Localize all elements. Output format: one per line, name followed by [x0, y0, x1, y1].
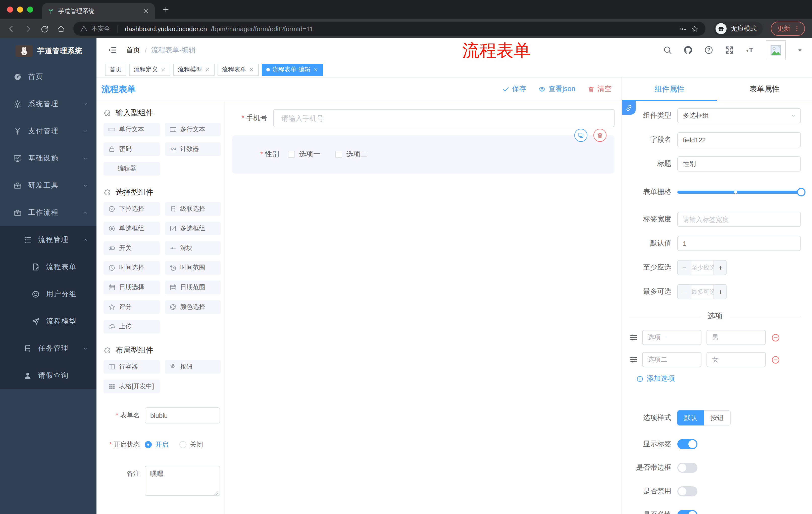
breadcrumb-home[interactable]: 首页: [126, 46, 140, 55]
data-binding-link-icon[interactable]: [622, 101, 636, 115]
browser-tab[interactable]: 芋道管理系统: [42, 3, 155, 19]
component-按钮[interactable]: 按钮: [165, 360, 221, 374]
textarea-resize-icon[interactable]: [214, 491, 219, 495]
component-行容器[interactable]: 行容器: [104, 360, 160, 374]
browser-menu-kebab-icon[interactable]: [793, 25, 801, 32]
field-name-input[interactable]: [677, 132, 801, 147]
tab-component-props[interactable]: 组件属性: [622, 77, 717, 101]
component-多选框组[interactable]: 多选框组: [165, 222, 221, 235]
widget-copy-button[interactable]: [574, 129, 587, 142]
address-bar[interactable]: 不安全 dashboard.yudao.iocoder.cn/bpm/manag…: [74, 22, 705, 36]
stepper-minus-button[interactable]: −: [678, 261, 691, 275]
update-button[interactable]: 更新: [771, 22, 805, 36]
style-option-按钮[interactable]: 按钮: [704, 410, 731, 426]
selected-widget-gender[interactable]: 性别 选项一选项二: [232, 135, 614, 173]
component-时间范围[interactable]: 时间范围: [165, 261, 221, 275]
form-grid-slider[interactable]: [677, 185, 801, 200]
form-remark-textarea[interactable]: 嘿嘿: [145, 466, 220, 496]
sidebar-item-流程管理[interactable]: 流程管理: [0, 226, 96, 253]
component-密码[interactable]: 密码: [104, 142, 160, 156]
component-type-select[interactable]: 多选框组: [677, 108, 801, 123]
checkbox-option-选项二[interactable]: 选项二: [336, 150, 368, 159]
phone-field-input[interactable]: [273, 109, 614, 127]
slider-track[interactable]: [677, 191, 801, 194]
toggle-显示标签[interactable]: [677, 439, 697, 449]
component-滑块[interactable]: 滑块: [165, 241, 221, 255]
title-input[interactable]: [677, 156, 801, 171]
toggle-是否带边框[interactable]: [677, 463, 697, 473]
drag-handle-icon[interactable]: [629, 333, 638, 342]
window-controls[interactable]: [7, 6, 33, 12]
tag-close-icon[interactable]: [313, 67, 319, 73]
tag-流程表单[interactable]: 流程表单: [218, 64, 259, 76]
home-button[interactable]: [57, 24, 65, 33]
remove-option-icon[interactable]: [771, 355, 780, 364]
component-上传[interactable]: 上传: [104, 320, 160, 333]
phone-field-row[interactable]: 手机号: [232, 109, 614, 127]
bookmark-star-icon[interactable]: [691, 25, 698, 32]
component-日期选择[interactable]: 日期选择: [104, 281, 160, 294]
sidebar-collapse-icon[interactable]: [108, 45, 117, 55]
max-select-input[interactable]: [691, 285, 714, 299]
remove-option-icon[interactable]: [771, 333, 780, 342]
tab-form-props[interactable]: 表单属性: [717, 77, 812, 101]
component-开关[interactable]: 开关: [104, 241, 160, 255]
sidebar-item-系统管理[interactable]: 系统管理: [0, 90, 96, 118]
toggle-是否必填[interactable]: [677, 510, 697, 514]
github-icon[interactable]: [684, 45, 693, 55]
component-编辑器[interactable]: 编辑器: [104, 162, 160, 175]
help-icon[interactable]: [704, 45, 714, 55]
option-value-input[interactable]: [706, 330, 766, 345]
min-select-stepper[interactable]: − +: [677, 260, 727, 275]
slider-handle[interactable]: [797, 188, 806, 196]
option-label-input[interactable]: [642, 330, 701, 345]
save-button[interactable]: 保存: [502, 84, 526, 93]
forward-button[interactable]: [24, 24, 32, 33]
option-label-input[interactable]: [642, 352, 701, 367]
tag-首页[interactable]: 首页: [105, 64, 126, 76]
close-window-button[interactable]: [7, 6, 13, 12]
search-icon[interactable]: [663, 45, 672, 55]
back-button[interactable]: [7, 24, 16, 33]
component-多行文本[interactable]: 多行文本: [165, 123, 221, 136]
tag-流程模型[interactable]: 流程模型: [173, 64, 214, 76]
minimize-window-button[interactable]: [17, 6, 23, 12]
fullscreen-icon[interactable]: [725, 45, 734, 55]
sidebar-item-研发工具[interactable]: 研发工具: [0, 172, 96, 199]
zoom-window-button[interactable]: [27, 6, 33, 12]
checkbox-icon[interactable]: [288, 151, 295, 158]
status-on-radio[interactable]: 开启: [145, 440, 168, 449]
tag-流程表单-编辑[interactable]: 流程表单-编辑: [262, 64, 323, 76]
checkbox-option-选项一[interactable]: 选项一: [288, 150, 320, 159]
component-时间选择[interactable]: 时间选择: [104, 261, 160, 275]
component-日期范围[interactable]: 日期范围: [165, 281, 221, 294]
checkbox-icon[interactable]: [336, 151, 343, 158]
sidebar-item-基础设施[interactable]: 基础设施: [0, 145, 96, 172]
tag-close-icon[interactable]: [249, 67, 254, 73]
drag-handle-icon[interactable]: [629, 355, 638, 364]
min-select-input[interactable]: [691, 261, 714, 275]
tag-close-icon[interactable]: [160, 67, 166, 73]
security-warning-icon[interactable]: [80, 25, 87, 32]
component-表格[开发中][interactable]: 表格[开发中]: [104, 380, 160, 393]
reload-button[interactable]: [40, 24, 49, 33]
component-级联选择[interactable]: 级联选择: [165, 202, 221, 216]
toggle-是否禁用[interactable]: [677, 486, 697, 496]
default-value-input[interactable]: [677, 236, 801, 251]
sidebar-item-首页[interactable]: 首页: [0, 63, 96, 90]
widget-delete-button[interactable]: [593, 129, 607, 142]
stepper-plus-button[interactable]: +: [714, 261, 727, 275]
component-计数器[interactable]: 123计数器: [165, 142, 221, 156]
stepper-minus-button[interactable]: −: [678, 285, 691, 299]
add-option-button[interactable]: 添加选项: [636, 374, 801, 383]
clear-button[interactable]: 清空: [587, 84, 611, 93]
component-单行文本[interactable]: 单行文本: [104, 123, 160, 136]
sidebar-item-流程表单[interactable]: 流程表单: [0, 253, 96, 281]
style-option-默认[interactable]: 默认: [677, 410, 704, 426]
component-颜色选择[interactable]: 颜色选择: [165, 300, 221, 314]
status-off-radio[interactable]: 关闭: [179, 440, 203, 449]
tag-流程定义[interactable]: 流程定义: [129, 64, 170, 76]
sidebar-logo[interactable]: 芋道管理系统: [0, 38, 96, 63]
label-width-input[interactable]: [677, 212, 801, 227]
new-tab-button[interactable]: [162, 5, 170, 13]
